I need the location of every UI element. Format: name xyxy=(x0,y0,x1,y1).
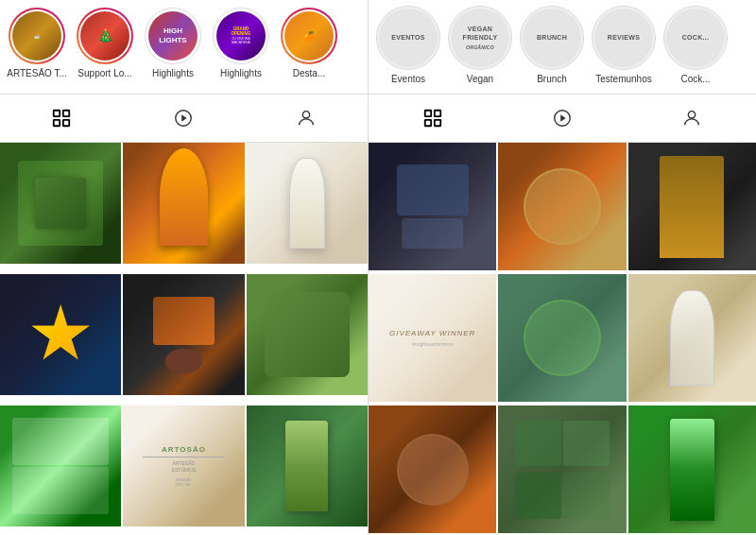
artesao-icon: ☕ xyxy=(34,33,40,39)
left-tab-grid[interactable] xyxy=(47,104,76,132)
plate-green xyxy=(524,300,600,376)
story-avatar-desta: 🍊 xyxy=(281,8,337,64)
svg-rect-2 xyxy=(54,120,60,126)
right-label-eventos: Eventos xyxy=(391,74,425,84)
story-avatar-inner-support: 🎄 xyxy=(80,11,129,60)
grid-cell-3[interactable] xyxy=(247,143,368,264)
story-avatar-highlights1: HIGHLIGHTS xyxy=(145,8,201,64)
vegan-text: VEGANFRIENDLYorgânico xyxy=(461,23,500,52)
right-avatar-cock: COCK... xyxy=(663,6,728,70)
desta-icon: 🍊 xyxy=(303,31,315,42)
story-avatar-artesao: ☕ xyxy=(9,8,65,64)
right-photo-grid: GIVEAWAY WINNER #nightsadomnos xyxy=(369,143,756,535)
story-item-highlights2[interactable]: GRANDOPENING DJ VIVEIRAMACARENA Highligh… xyxy=(210,8,272,78)
green-drink xyxy=(670,419,714,521)
martini-right xyxy=(670,290,714,386)
grand-text: GRANDOPENING xyxy=(232,27,251,37)
grid-cell-5[interactable] xyxy=(123,274,244,395)
eventos-text: EVENTOS xyxy=(389,31,426,43)
left-stories-row: ☕ ARTESÃO T... 🎄 Support Lo... HIGHL xyxy=(0,0,368,95)
brunch-text: BRUNCH xyxy=(535,31,569,43)
food-plate-7 xyxy=(397,434,469,506)
right-story-cock[interactable]: COCK... Cock... xyxy=(663,6,728,84)
story-avatar-inner-artesao: ☕ xyxy=(12,11,61,60)
cock-text: COCK... xyxy=(680,31,712,43)
highlights1-text: HIGHLIGHTS xyxy=(159,26,186,44)
right-grid-cell-8[interactable] xyxy=(498,406,626,533)
right-story-vegan[interactable]: VEGANFRIENDLYorgânico Vegan xyxy=(448,6,512,84)
right-grid-cell-4[interactable]: GIVEAWAY WINNER #nightsadomnos xyxy=(369,274,496,402)
right-profile-panel: EVENTOS Eventos VEGANFRIENDLYorgânico Ve… xyxy=(369,0,756,535)
story-avatar-inner-highlights1: HIGHLIGHTS xyxy=(148,11,198,60)
right-avatar-eventos: EVENTOS xyxy=(376,6,440,70)
left-profile-panel: ☕ ARTESÃO T... 🎄 Support Lo... HIGHL xyxy=(0,0,369,535)
right-story-testemunhos[interactable]: REVIEWS Testemunhos xyxy=(592,6,656,84)
story-label-support: Support Lo... xyxy=(77,68,131,78)
right-story-eventos[interactable]: EVENTOS Eventos xyxy=(376,6,440,84)
giveaway-sub: #nightsadomnos xyxy=(412,341,454,347)
story-item-support[interactable]: 🎄 Support Lo... xyxy=(74,8,136,78)
story-item-desta[interactable]: 🍊 Desta... xyxy=(278,8,340,78)
artesao-brand: artosāo xyxy=(162,445,206,454)
right-grid-cell-9[interactable] xyxy=(628,406,756,533)
food-img-1 xyxy=(18,161,103,246)
svg-rect-7 xyxy=(425,111,431,116)
svg-marker-12 xyxy=(560,114,566,121)
story-avatar-inner-highlights2: GRANDOPENING DJ VIVEIRAMACARENA xyxy=(216,11,266,60)
right-avatar-testemunhos: REVIEWS xyxy=(592,6,656,70)
right-label-vegan: Vegan xyxy=(467,74,493,84)
grid-cell-6[interactable] xyxy=(247,274,368,395)
right-label-brunch: Brunch xyxy=(537,74,567,84)
testemunhos-text: REVIEWS xyxy=(606,31,642,43)
right-avatar-brunch: BRUNCH xyxy=(520,6,584,70)
right-grid-cell-3[interactable] xyxy=(628,143,756,270)
svg-point-13 xyxy=(688,112,695,118)
grid-cell-7[interactable] xyxy=(0,406,121,526)
right-tab-reels[interactable] xyxy=(548,104,576,132)
right-grid-cell-7[interactable] xyxy=(369,406,496,533)
right-label-testemunhos: Testemunhos xyxy=(595,74,651,84)
grid-cell-4[interactable] xyxy=(0,274,121,395)
story-item-artesao[interactable]: ☕ ARTESÃO T... xyxy=(6,8,68,78)
right-stories-row: EVENTOS Eventos VEGANFRIENDLYorgânico Ve… xyxy=(369,0,756,95)
grid-cell-9[interactable] xyxy=(247,406,368,526)
grand-opening-content: GRANDOPENING DJ VIVEIRAMACARENA xyxy=(232,27,251,45)
svg-rect-3 xyxy=(63,120,69,126)
right-tab-grid[interactable] xyxy=(419,104,447,132)
support-icon: 🎄 xyxy=(97,28,113,43)
svg-rect-0 xyxy=(54,111,60,116)
right-grid-cell-2[interactable] xyxy=(498,143,626,270)
plate-shape xyxy=(524,168,600,245)
story-avatar-inner-desta: 🍊 xyxy=(284,11,334,60)
grand-sub: DJ VIVEIRAMACARENA xyxy=(232,37,251,44)
svg-marker-5 xyxy=(182,114,188,121)
giveaway-text: GIVEAWAY WINNER xyxy=(389,329,475,337)
fries-shape xyxy=(660,156,724,258)
story-item-highlights1[interactable]: HIGHLIGHTS Highlights xyxy=(142,8,204,78)
grid-cell-8[interactable]: artosāo ARTESÃOESTÚDIOS SUNDAYDEC 6th xyxy=(123,406,244,526)
story-label-desta: Desta... xyxy=(293,68,325,78)
left-tab-reels[interactable] xyxy=(169,104,198,132)
cocktail-glass xyxy=(160,148,208,246)
grid-cell-2[interactable] xyxy=(123,143,244,264)
svg-rect-1 xyxy=(63,111,69,116)
left-tab-tagged[interactable] xyxy=(292,104,320,132)
right-story-brunch[interactable]: BRUNCH Brunch xyxy=(520,6,584,84)
story-avatar-highlights2: GRANDOPENING DJ VIVEIRAMACARENA xyxy=(213,8,269,64)
plant-img xyxy=(265,292,350,377)
right-grid-cell-5[interactable] xyxy=(498,274,626,402)
right-tab-row xyxy=(369,95,756,143)
left-tab-row xyxy=(0,95,368,143)
right-grid-cell-1[interactable] xyxy=(369,143,496,270)
right-grid-cell-6[interactable] xyxy=(628,274,756,402)
right-label-cock: Cock... xyxy=(680,74,710,84)
story-label-highlights1: Highlights xyxy=(152,68,194,78)
right-avatar-vegan: VEGANFRIENDLYorgânico xyxy=(448,6,512,70)
wood-texture xyxy=(153,297,214,345)
martini-glass xyxy=(289,158,325,249)
svg-rect-8 xyxy=(435,111,440,116)
right-tab-tagged[interactable] xyxy=(678,104,706,132)
story-label-artesao: ARTESÃO T... xyxy=(7,68,67,78)
grid-cell-1[interactable] xyxy=(0,143,121,264)
svg-rect-10 xyxy=(435,120,440,126)
